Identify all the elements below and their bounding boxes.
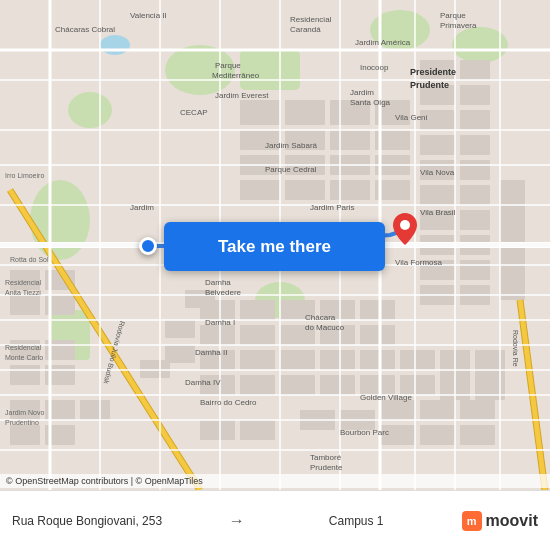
svg-point-2 xyxy=(68,92,112,128)
svg-rect-51 xyxy=(360,300,395,320)
svg-text:Parque Cedral: Parque Cedral xyxy=(265,165,317,174)
svg-rect-13 xyxy=(460,85,490,105)
svg-text:Vila Formosa: Vila Formosa xyxy=(395,258,443,267)
svg-rect-77 xyxy=(10,295,40,315)
svg-rect-44 xyxy=(285,180,325,200)
arrow-icon: → xyxy=(229,512,245,530)
svg-text:Parque: Parque xyxy=(440,11,466,20)
destination-marker xyxy=(393,213,417,245)
svg-rect-45 xyxy=(330,180,370,200)
svg-rect-65 xyxy=(280,375,315,395)
svg-rect-58 xyxy=(240,350,275,370)
svg-rect-32 xyxy=(285,100,325,125)
moovit-logo: m moovit xyxy=(462,511,538,531)
svg-rect-15 xyxy=(460,110,490,130)
svg-rect-74 xyxy=(140,360,170,378)
svg-rect-72 xyxy=(165,320,195,338)
svg-text:Primavera: Primavera xyxy=(440,21,477,30)
svg-text:Jardim Paris: Jardim Paris xyxy=(310,203,354,212)
svg-text:Irro Limoeiro: Irro Limoeiro xyxy=(5,172,44,179)
svg-point-1 xyxy=(165,45,235,95)
svg-rect-30 xyxy=(500,180,525,300)
svg-text:Rotta do Sol: Rotta do Sol xyxy=(10,256,49,263)
svg-text:Chácaras Cobral: Chácaras Cobral xyxy=(55,25,115,34)
svg-rect-48 xyxy=(240,300,275,320)
svg-rect-53 xyxy=(240,325,275,345)
svg-text:Bairro do Cedro: Bairro do Cedro xyxy=(200,398,257,407)
svg-rect-37 xyxy=(330,130,370,150)
svg-text:Chácara: Chácara xyxy=(305,313,336,322)
svg-text:Jardim América: Jardim América xyxy=(355,38,411,47)
svg-text:Tamboré: Tamboré xyxy=(310,453,342,462)
svg-text:Jardim: Jardim xyxy=(130,203,154,212)
moovit-m-icon: m xyxy=(462,511,482,531)
svg-rect-89 xyxy=(420,400,455,420)
svg-text:Belvedere: Belvedere xyxy=(205,288,242,297)
svg-rect-21 xyxy=(460,185,490,205)
route-from-text: Rua Roque Bongiovani, 253 xyxy=(12,514,162,528)
svg-text:do Macuco: do Macuco xyxy=(305,323,345,332)
svg-rect-43 xyxy=(240,180,280,200)
svg-text:Vila Nova: Vila Nova xyxy=(420,168,455,177)
svg-rect-59 xyxy=(280,350,315,370)
svg-rect-4 xyxy=(240,50,300,90)
svg-rect-90 xyxy=(460,400,495,420)
svg-text:Golden Village: Golden Village xyxy=(360,393,412,402)
svg-text:Mediterrâneo: Mediterrâneo xyxy=(212,71,260,80)
svg-text:Bourbon Parc: Bourbon Parc xyxy=(340,428,389,437)
attribution-bar: © OpenStreetMap contributors | © OpenMap… xyxy=(0,474,550,488)
svg-rect-27 xyxy=(460,260,490,280)
svg-text:Prudentino: Prudentino xyxy=(5,419,39,426)
route-to: Campus 1 xyxy=(251,513,462,528)
svg-rect-62 xyxy=(400,350,435,370)
svg-text:Damha IV: Damha IV xyxy=(185,378,221,387)
route-from: Rua Roque Bongiovani, 253 xyxy=(12,514,223,528)
map-container: Valencia II Chácaras Cobral Residencial … xyxy=(0,0,550,490)
svg-text:Santa Olga: Santa Olga xyxy=(350,98,391,107)
svg-text:CECAP: CECAP xyxy=(180,108,208,117)
svg-point-173 xyxy=(400,220,410,230)
svg-rect-92 xyxy=(420,425,455,445)
svg-rect-16 xyxy=(420,135,455,155)
svg-text:Presidente: Presidente xyxy=(410,67,456,77)
svg-point-9 xyxy=(100,35,130,55)
svg-rect-17 xyxy=(460,135,490,155)
svg-rect-93 xyxy=(460,425,495,445)
origin-marker xyxy=(139,237,157,255)
svg-rect-96 xyxy=(200,420,235,440)
svg-text:Inocoop: Inocoop xyxy=(360,63,389,72)
svg-rect-68 xyxy=(400,375,435,395)
svg-rect-85 xyxy=(80,400,110,420)
svg-text:Monte Carlo: Monte Carlo xyxy=(5,354,43,361)
svg-text:Vila Geni: Vila Geni xyxy=(395,113,428,122)
svg-text:Carandá: Carandá xyxy=(290,25,321,34)
svg-text:Parque: Parque xyxy=(215,61,241,70)
svg-rect-23 xyxy=(460,210,490,230)
svg-text:Damha I: Damha I xyxy=(205,318,235,327)
svg-rect-60 xyxy=(320,350,355,370)
moovit-text: moovit xyxy=(486,512,538,530)
svg-rect-67 xyxy=(360,375,395,395)
svg-text:Prudente: Prudente xyxy=(410,80,449,90)
svg-rect-66 xyxy=(320,375,355,395)
moovit-letter: m xyxy=(467,515,477,527)
svg-text:Jardim Novo: Jardim Novo xyxy=(5,409,44,416)
svg-text:Valencia II: Valencia II xyxy=(130,11,167,20)
svg-rect-19 xyxy=(460,160,490,180)
svg-text:Jardim: Jardim xyxy=(350,88,374,97)
svg-text:Anita Tiezzi: Anita Tiezzi xyxy=(5,289,41,296)
svg-rect-31 xyxy=(240,100,280,125)
svg-rect-11 xyxy=(460,60,490,80)
svg-rect-56 xyxy=(360,325,395,345)
svg-text:Residencial: Residencial xyxy=(290,15,332,24)
svg-text:Jardim Sabará: Jardim Sabará xyxy=(265,141,318,150)
svg-text:Jardim Everest: Jardim Everest xyxy=(215,91,269,100)
svg-rect-52 xyxy=(200,325,235,345)
svg-text:Prudente: Prudente xyxy=(310,463,343,472)
take-me-there-button[interactable]: Take me there xyxy=(164,222,385,271)
svg-text:Vila Brasil: Vila Brasil xyxy=(420,208,456,217)
svg-text:Damha: Damha xyxy=(205,278,231,287)
svg-rect-86 xyxy=(10,425,40,445)
svg-rect-20 xyxy=(420,185,455,205)
svg-text:Rodovia Re: Rodovia Re xyxy=(512,330,519,367)
